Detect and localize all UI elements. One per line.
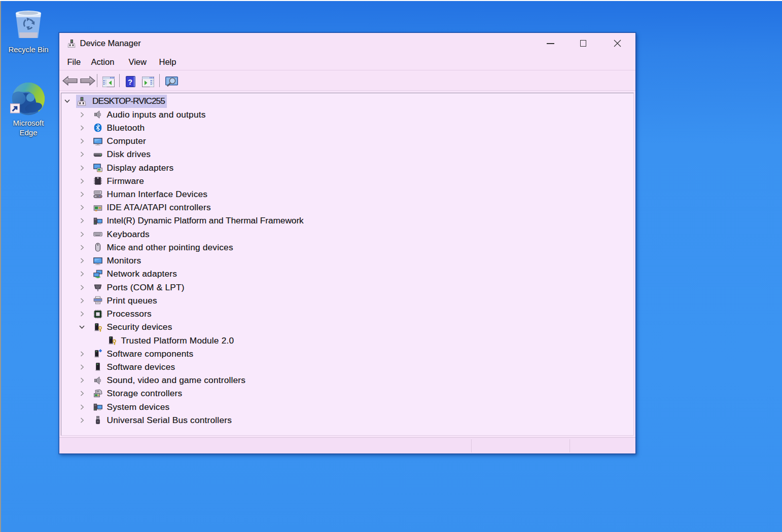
svg-text:?: ? — [128, 77, 132, 86]
